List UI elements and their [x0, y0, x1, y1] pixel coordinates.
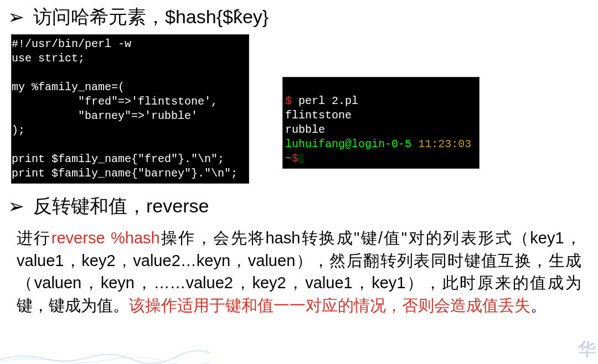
para-highlight-warn: 该操作适用于键和值一一对应的情况，否则会造成值丢失: [129, 297, 530, 314]
section-2-header: ➢ 反转键和值，reverse: [0, 189, 598, 223]
term-time: 11:23:03: [418, 138, 471, 150]
term-user: luhuifang@login-0-5: [285, 138, 418, 150]
term-path: ~: [285, 152, 292, 165]
section-1-title: 访问哈希元素，$hash{$key}: [33, 4, 269, 30]
section-2-title: 反转键和值，reverse: [33, 194, 209, 219]
code-line: #!/usr/bin/perl -w: [12, 38, 131, 50]
para-part1: 进行: [17, 229, 51, 247]
term-output: rubble: [285, 123, 325, 136]
code-editor-block: #!/usr/bin/perl -w use strict; my %famil…: [11, 34, 249, 184]
section-1-header: ➢ 访问哈希元素，$hash{$key}: [0, 0, 598, 34]
code-line: print $family_name{"barney"}."\n";: [12, 167, 238, 180]
code-line: my %family_name=(: [12, 81, 125, 93]
term-prompt: $: [292, 152, 298, 165]
terminal-output-block: $ perl 2.pl flintstone rubble luhuifang@…: [282, 77, 480, 169]
term-cmd: perl 2.pl: [292, 95, 358, 107]
code-line: print $family_name{"fred"}."\n";: [12, 153, 224, 165]
bullet-arrow-icon: ➢: [8, 196, 24, 216]
code-line: "fred"=>'flintstone',: [12, 95, 218, 108]
term-prompt: $: [285, 95, 292, 107]
bullet-arrow-icon: ➢: [8, 7, 24, 27]
corner-watermark: 华: [578, 337, 596, 362]
code-container: #!/usr/bin/perl -w use strict; my %famil…: [0, 34, 598, 189]
code-line: "barney"=>'rubble': [12, 110, 198, 122]
para-highlight-code: reverse %hash: [51, 229, 160, 247]
term-header: [285, 80, 292, 93]
terminal-cursor-icon: [298, 154, 304, 164]
para-part5: 。: [530, 297, 547, 314]
paragraph-body: 进行reverse %hash操作，会先将hash转换成"键/值"对的列表形式（…: [0, 223, 598, 316]
wave-decoration-icon: [0, 347, 210, 364]
term-output: flintstone: [285, 109, 352, 122]
code-line: );: [12, 124, 25, 137]
code-line: use strict;: [12, 52, 85, 65]
